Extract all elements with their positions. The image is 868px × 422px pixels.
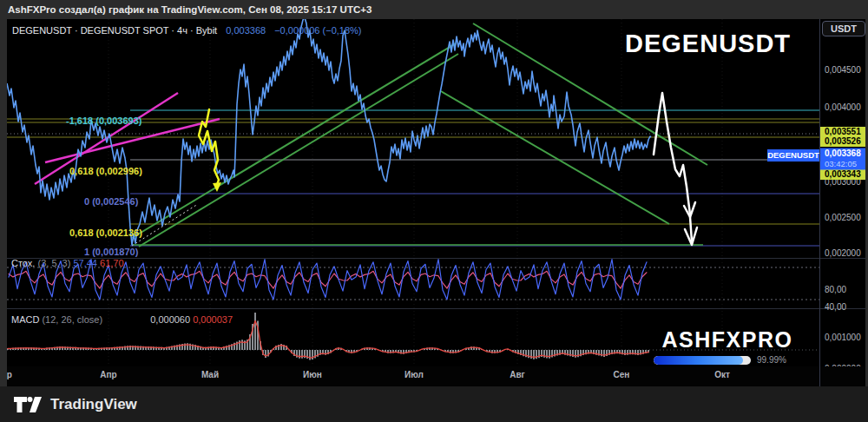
axis-price-label: 80,00 (825, 285, 846, 294)
left-margin (0, 19, 7, 386)
panel-divider-stoch[interactable] (0, 258, 868, 259)
time-axis-month-label: Окт (714, 370, 730, 379)
attribution-text: AshFXPro создал(а) график на TradingView… (8, 4, 372, 15)
macd-title: MACD (11, 314, 39, 325)
ashfxpro-branding: ASHFXPRO 99.99% (654, 327, 801, 365)
stoch-title: Стох. (11, 258, 35, 268)
footer-bar: TradingView (0, 386, 868, 422)
alert-price-badge[interactable]: 0,003343 (820, 169, 868, 180)
stoch-legend[interactable]: Стох. (3, 5, 3) 57,44 61,70 (11, 258, 124, 268)
attribution-bar: AshFXPro создал(а) график на TradingView… (0, 0, 868, 19)
axis-price-label: 0,001000 (825, 333, 861, 342)
tradingview-brand-text: TradingView (50, 396, 137, 413)
time-axis-month-label: Июн (303, 370, 322, 379)
chart-stage: DEGENUSDT · DEGENUSDT SPOT · 4ч · Bybit … (0, 19, 868, 386)
degenusdt-price-tag: DEGENUSDT (767, 149, 819, 162)
stoch-d-value: 61,70 (100, 258, 124, 268)
time-axis-month-label: Апр (100, 370, 116, 379)
fib-level-label: 0 (0,002546) (84, 196, 138, 207)
price-change-value: −0,000006 (−0,18%) (274, 25, 361, 36)
tradingview-logo[interactable]: TradingView (13, 394, 137, 415)
branding-percent: 99.99% (757, 355, 786, 365)
fib-level-label: 0,618 (0,002136) (69, 227, 142, 238)
tradingview-screenshot: { "topbar": { "text": "AshFXPro создал(а… (0, 0, 868, 422)
currency-toggle-button[interactable]: USDT (822, 21, 865, 36)
time-axis[interactable]: арАпрМайИюнИюлАвгСенОкт (0, 366, 868, 386)
current-price-value: 0,003368 (825, 148, 868, 159)
axis-divider (819, 19, 820, 386)
fib-level-label: -1,618 (0,003693) (66, 115, 141, 126)
symbol-legend[interactable]: DEGENUSDT · DEGENUSDT SPOT · 4ч · Bybit … (12, 25, 362, 36)
panel-divider-macd[interactable] (0, 308, 868, 309)
macd-params: (12, 26, close) (42, 314, 102, 325)
fib-level-label: 0,618 (0,002996) (69, 166, 142, 176)
axis-price-label: 0,002000 (825, 248, 861, 258)
stoch-k-value: 57,44 (73, 258, 97, 268)
branding-progress-fill (654, 356, 743, 365)
time-axis-month-label: Май (201, 370, 219, 379)
ashfxpro-logo-text: ASHFXPRO (654, 327, 801, 353)
axis-price-label: 0,002500 (825, 213, 861, 222)
price-axis[interactable]: USDT 0,0045000,0040000,0030000,0025000,0… (820, 19, 868, 366)
stoch-params: (3, 5, 3) (37, 258, 70, 268)
fib-level-label: 1 (0,001870) (84, 247, 138, 257)
last-price-value: 0,003368 (226, 25, 266, 36)
time-axis-month-label: Авг (510, 370, 525, 379)
time-axis-month-label: Сен (614, 370, 630, 379)
axis-price-label: 40,00 (825, 302, 846, 312)
symbol-title: DEGENUSDT · DEGENUSDT SPOT · 4ч · Bybit (12, 25, 217, 36)
tradingview-logo-icon (13, 394, 43, 415)
bar-countdown: 03:42:05 (825, 159, 868, 169)
macd-legend[interactable]: MACD (12, 26, close) 0,000060 0,000037 (11, 314, 233, 325)
current-price-badge[interactable]: 0,00336803:42:05 (820, 148, 868, 170)
symbol-watermark: DEGENUSDT (625, 30, 791, 58)
axis-price-label: 0,004500 (825, 65, 861, 75)
axis-price-label: 0,004000 (825, 102, 861, 112)
alert-price-badge[interactable]: 0,003526 (820, 136, 868, 147)
time-axis-month-label: Июл (404, 370, 424, 379)
macd-value-2: 0,000037 (193, 314, 233, 325)
macd-value-1: 0,000060 (150, 314, 190, 325)
branding-progress-bar (654, 356, 751, 365)
